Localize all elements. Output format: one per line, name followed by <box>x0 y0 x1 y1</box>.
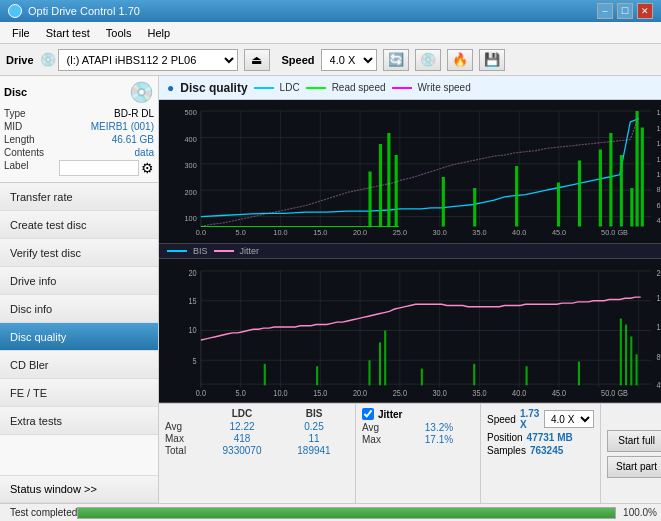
max-bis: 11 <box>279 433 349 444</box>
maximize-button[interactable]: ☐ <box>617 3 633 19</box>
disc-button[interactable]: 💿 <box>415 49 441 71</box>
svg-text:20: 20 <box>189 268 198 278</box>
position-val: 47731 MB <box>527 432 573 443</box>
nav-btn-verify-test-disc[interactable]: Verify test disc <box>0 239 158 267</box>
drive-icon: 💿 <box>40 52 56 67</box>
buttons-section: Start full Start part <box>600 404 661 503</box>
speed-select[interactable]: 4.0 X <box>321 49 377 71</box>
svg-rect-96 <box>264 364 266 385</box>
close-button[interactable]: ✕ <box>637 3 653 19</box>
title-bar-controls: – ☐ ✕ <box>597 3 653 19</box>
nav-btn-create-test-disc[interactable]: Create test disc <box>0 211 158 239</box>
contents-val: data <box>59 147 154 158</box>
start-full-button[interactable]: Start full <box>607 430 661 452</box>
svg-text:5.0: 5.0 <box>236 228 246 237</box>
menu-file[interactable]: File <box>4 25 38 41</box>
write-speed-legend-label: Write speed <box>418 82 471 93</box>
minimize-button[interactable]: – <box>597 3 613 19</box>
nav-btn-transfer-rate[interactable]: Transfer rate <box>0 183 158 211</box>
nav-btn-drive-info[interactable]: Drive info <box>0 267 158 295</box>
svg-text:6X: 6X <box>656 201 661 210</box>
status-window-button[interactable]: Status window >> <box>0 475 158 503</box>
app-title: Opti Drive Control 1.70 <box>28 5 140 17</box>
stats-empty-header <box>165 408 205 419</box>
burn-button[interactable]: 🔥 <box>447 49 473 71</box>
menu-help[interactable]: Help <box>139 25 178 41</box>
nav-btn-disc-quality[interactable]: Disc quality <box>0 323 158 351</box>
speed-label: Speed <box>282 54 315 66</box>
bis-legend-line <box>167 250 187 252</box>
position-row: Position 47731 MB <box>487 432 594 443</box>
type-val: BD-R DL <box>59 108 154 119</box>
status-bar: Test completed 100.0% <box>0 503 661 521</box>
svg-text:5: 5 <box>193 356 198 366</box>
nav-btn-disc-info[interactable]: Disc info <box>0 295 158 323</box>
svg-rect-0 <box>159 100 661 243</box>
avg-ldc: 12.22 <box>207 421 277 432</box>
svg-text:400: 400 <box>184 135 196 144</box>
svg-rect-53 <box>609 133 612 227</box>
nav-btn-extra-tests[interactable]: Extra tests <box>0 407 158 435</box>
svg-rect-99 <box>379 342 381 385</box>
read-speed-legend-label: Read speed <box>332 82 386 93</box>
menu-start-test[interactable]: Start test <box>38 25 98 41</box>
disc-info-panel: Disc 💿 Type BD-R DL MID MEIRB1 (001) Len… <box>0 76 158 183</box>
svg-rect-45 <box>387 133 390 227</box>
svg-text:12%: 12% <box>656 323 661 333</box>
svg-text:4%: 4% <box>656 380 661 390</box>
label-input[interactable] <box>59 160 139 176</box>
stats-header: LDC BIS <box>165 408 349 419</box>
svg-text:35.0: 35.0 <box>472 389 487 399</box>
svg-text:14X: 14X <box>656 139 661 148</box>
save-button[interactable]: 💾 <box>479 49 505 71</box>
drive-label: Drive <box>6 54 34 66</box>
label-edit-icon[interactable]: ⚙ <box>141 160 154 176</box>
stats-table-area: LDC BIS Avg 12.22 0.25 Max 418 11 Total … <box>159 404 355 503</box>
bis-legend-label: BIS <box>193 246 208 256</box>
jitter-legend-label: Jitter <box>240 246 260 256</box>
svg-text:10.0: 10.0 <box>273 228 287 237</box>
jitter-avg-val: 13.2% <box>404 422 474 433</box>
progress-text: 100.0% <box>622 507 657 518</box>
stats-avg-row: Avg 12.22 0.25 <box>165 421 349 432</box>
content-title: Disc quality <box>180 81 247 95</box>
menu-bar: File Start test Tools Help <box>0 22 661 44</box>
svg-text:200: 200 <box>184 187 196 196</box>
title-bar: Opti Drive Control 1.70 – ☐ ✕ <box>0 0 661 22</box>
avg-bis: 0.25 <box>279 421 349 432</box>
menu-tools[interactable]: Tools <box>98 25 140 41</box>
svg-text:8%: 8% <box>656 353 661 363</box>
main-layout: Disc 💿 Type BD-R DL MID MEIRB1 (001) Len… <box>0 76 661 503</box>
disc-section-label: Disc <box>4 86 27 98</box>
samples-val: 763245 <box>530 445 563 456</box>
svg-text:10: 10 <box>189 325 198 335</box>
chart2-container: 20 15 10 5 20% 16% 12% 8% 4% 0.0 5.0 10.… <box>159 259 661 403</box>
svg-rect-97 <box>316 366 318 385</box>
content-icon: ● <box>167 81 174 95</box>
speed-dropdown-stat[interactable]: 4.0 X <box>544 410 594 428</box>
chart1-svg: 500 400 300 200 100 18X 16X 14X 12X 10X … <box>159 100 661 243</box>
nav-btn-cd-bler[interactable]: CD Bler <box>0 351 158 379</box>
svg-text:35.0: 35.0 <box>472 228 486 237</box>
svg-rect-103 <box>526 366 528 385</box>
refresh-button[interactable]: 🔄 <box>383 49 409 71</box>
svg-text:40.0: 40.0 <box>512 228 526 237</box>
stats-total-row: Total 9330070 189941 <box>165 445 349 456</box>
progress-bar-fill <box>78 508 615 518</box>
svg-text:50.0 GB: 50.0 GB <box>601 389 628 399</box>
drive-select[interactable]: (l:) ATAPI iHBS112 2 PL06 <box>58 49 238 71</box>
svg-text:0.0: 0.0 <box>196 389 207 399</box>
svg-text:20.0: 20.0 <box>353 228 367 237</box>
total-label: Total <box>165 445 205 456</box>
svg-text:25.0: 25.0 <box>393 389 408 399</box>
speed-label-stat: Speed <box>487 414 516 425</box>
jitter-checkbox[interactable] <box>362 408 374 420</box>
eject-button[interactable]: ⏏ <box>244 49 270 71</box>
start-part-button[interactable]: Start part <box>607 456 661 478</box>
nav-btn-fe-te[interactable]: FE / TE <box>0 379 158 407</box>
jitter-max-val: 17.1% <box>404 434 474 445</box>
svg-text:16%: 16% <box>656 293 661 303</box>
samples-row: Samples 763245 <box>487 445 594 456</box>
chart2-svg: 20 15 10 5 20% 16% 12% 8% 4% 0.0 5.0 10.… <box>159 259 661 402</box>
svg-text:25.0: 25.0 <box>393 228 407 237</box>
